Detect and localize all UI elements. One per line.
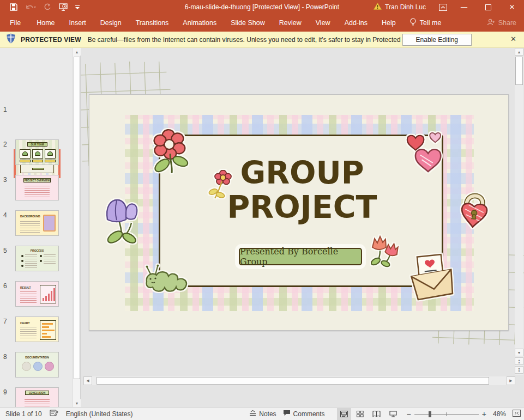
thumbnail-slide-6[interactable]: RESULT xyxy=(15,281,59,307)
shield-icon xyxy=(7,33,15,46)
minimize-button[interactable]: — xyxy=(452,0,476,14)
thumbnail-scrollbar[interactable]: ▲ ▼ xyxy=(73,48,80,407)
tab-insert[interactable]: Insert xyxy=(62,14,93,32)
enable-editing-button[interactable]: Enable Editing xyxy=(402,34,472,46)
scroll-left-icon[interactable]: ◀ xyxy=(83,376,92,385)
tab-help[interactable]: Help xyxy=(375,14,403,32)
lightbulb-icon xyxy=(409,18,417,28)
horizontal-scrollbar[interactable]: ◀ ▶ xyxy=(83,376,515,385)
scrollbar-thumb[interactable] xyxy=(97,377,489,385)
tab-file[interactable]: File xyxy=(1,14,29,32)
quick-access-toolbar xyxy=(0,3,80,11)
scrollbar-thumb[interactable] xyxy=(74,57,80,379)
envelope-sticker xyxy=(406,251,457,302)
zoom-controls: − + xyxy=(407,410,486,418)
heart-lock-sticker xyxy=(457,189,491,232)
user-name: Tran Dinh Luc xyxy=(385,3,426,11)
tab-animations[interactable]: Animations xyxy=(176,14,224,32)
redo-icon xyxy=(44,3,51,11)
start-slideshow-icon[interactable] xyxy=(59,3,68,11)
zoom-level[interactable]: 48% xyxy=(493,410,506,418)
reading-view-button[interactable] xyxy=(370,408,384,420)
caterpillar-sticker xyxy=(143,261,192,296)
notes-icon xyxy=(249,410,256,418)
slide-editor-canvas[interactable]: GROUP PROJECT Presented By Borcelle Grou… xyxy=(81,48,524,407)
maximize-button[interactable] xyxy=(476,0,500,14)
coral-tulips-sticker xyxy=(369,235,401,268)
scroll-down-icon[interactable]: ▼ xyxy=(515,349,523,356)
powerpoint-window: 6-mau-slide-de-thuong [Protected View] -… xyxy=(0,0,524,420)
fit-to-window-icon[interactable] xyxy=(513,410,521,418)
save-icon[interactable] xyxy=(10,3,17,11)
banner-message: Be careful—files from the Internet can c… xyxy=(88,36,418,44)
share-button[interactable]: Share xyxy=(487,14,516,32)
scroll-down-icon[interactable]: ▼ xyxy=(73,399,81,407)
tab-transitions[interactable]: Transitions xyxy=(129,14,176,32)
undo-icon xyxy=(25,3,36,11)
status-bar: Slide 1 of 10 English (United States) No… xyxy=(0,407,524,420)
language-indicator[interactable]: English (United States) xyxy=(66,410,133,418)
zoom-out-icon[interactable]: − xyxy=(407,410,411,418)
scroll-up-icon[interactable]: ▲ xyxy=(515,48,523,56)
thumbnail-slide-5[interactable]: PROCESS xyxy=(15,246,59,271)
thumb-pill xyxy=(32,168,44,170)
customize-qat-icon[interactable] xyxy=(75,5,80,10)
previous-slide-button[interactable]: ▲▲ xyxy=(515,357,523,365)
close-button[interactable]: ✕ xyxy=(500,0,524,14)
spellcheck-icon[interactable] xyxy=(50,409,58,418)
thumbnail-slide-2[interactable]: OUR TEAM xyxy=(15,139,59,165)
ribbon-tab-bar: File Home Insert Design Transitions Anim… xyxy=(0,14,524,32)
tab-view[interactable]: View xyxy=(309,14,338,32)
notes-button[interactable]: Notes xyxy=(249,410,276,418)
slide-number: 1 xyxy=(3,106,12,113)
account-area[interactable]: Tran Dinh Luc xyxy=(374,3,426,11)
zoom-in-icon[interactable]: + xyxy=(482,410,486,418)
zoom-slider[interactable] xyxy=(414,410,479,418)
slide-thumbnail-panel: 1 GROUP PROJECT 2 OUR TEAM 3 PROJECT OVE… xyxy=(0,48,81,407)
comments-icon xyxy=(283,410,291,418)
thumbnail-slide-4[interactable]: BACKGROUND xyxy=(15,210,59,236)
slide-sorter-view-button[interactable] xyxy=(353,408,368,420)
tab-review[interactable]: Review xyxy=(272,14,309,32)
vertical-scrollbar[interactable]: ▲ ▼ ▲▲ ▼▼ xyxy=(515,48,523,375)
tab-add-ins[interactable]: Add-ins xyxy=(338,14,375,32)
normal-view-button[interactable] xyxy=(337,408,351,420)
share-person-icon xyxy=(487,19,495,27)
banner-close-icon[interactable]: ✕ xyxy=(510,35,516,43)
scrollbar-thumb[interactable] xyxy=(515,57,523,85)
red-flower-sticker xyxy=(147,127,194,178)
warning-icon xyxy=(374,3,382,11)
small-flower-sticker xyxy=(208,170,234,206)
ribbon-display-options-icon[interactable] xyxy=(433,0,452,14)
scroll-up-icon[interactable]: ▲ xyxy=(73,48,81,56)
protected-view-banner: PROTECTED VIEW Be careful—files from the… xyxy=(0,32,524,48)
thumb-image xyxy=(43,215,56,232)
purple-tulip-sticker xyxy=(102,197,144,246)
slide-subtitle[interactable]: Presented By Borcelle Group xyxy=(239,248,362,265)
next-slide-button[interactable]: ▼▼ xyxy=(515,366,523,374)
thumbnail-slide-7[interactable]: CHART xyxy=(15,316,59,342)
tab-slide-show[interactable]: Slide Show xyxy=(224,14,272,32)
tab-design[interactable]: Design xyxy=(93,14,129,32)
slide-show-button[interactable] xyxy=(386,408,400,420)
scroll-right-icon[interactable]: ▶ xyxy=(507,376,515,385)
thumbnail-slide-8[interactable]: DOCUMENTATION xyxy=(15,352,59,378)
slide-1-canvas[interactable]: GROUP PROJECT Presented By Borcelle Grou… xyxy=(89,94,509,331)
thumbnail-slide-3[interactable]: PROJECT OVERVIEW xyxy=(15,175,59,200)
banner-label: PROTECTED VIEW xyxy=(21,36,81,44)
tab-home[interactable]: Home xyxy=(29,14,62,32)
tell-me-box[interactable]: Tell me xyxy=(403,18,448,28)
hearts-sticker xyxy=(405,130,449,179)
comments-button[interactable]: Comments xyxy=(283,410,325,418)
zoom-slider-thumb[interactable] xyxy=(429,411,431,417)
title-bar: 6-mau-slide-de-thuong [Protected View] -… xyxy=(0,0,524,14)
slide-indicator: Slide 1 of 10 xyxy=(5,410,42,418)
